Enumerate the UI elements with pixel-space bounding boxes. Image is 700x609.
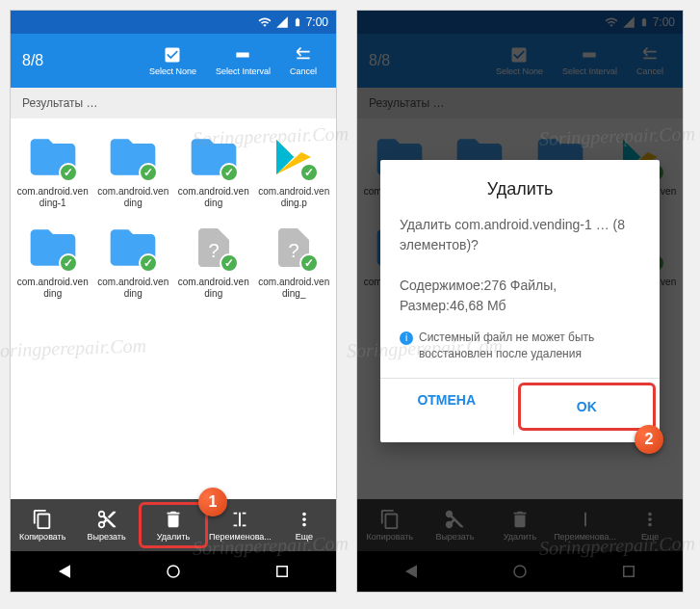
file-item[interactable]: com.android.vending [95,217,172,304]
file-item[interactable]: com.android.vending-1 [14,126,91,213]
select-interval-button[interactable]: Select Interval [208,43,278,78]
breadcrumb[interactable]: Результаты … [11,88,336,119]
signal-icon [275,15,289,29]
selected-check-icon [220,163,239,182]
step-badge-1: 1 [198,488,227,516]
back-icon[interactable] [56,563,73,580]
selected-check-icon [59,163,78,182]
svg-text:?: ? [208,240,219,261]
more-button[interactable]: Еще [272,505,336,545]
svg-rect-0 [237,53,249,58]
file-item[interactable]: ? com.android.vending [175,217,252,304]
phone-left: 7:00 8/8 Select None Select Interval Can… [10,10,337,593]
selected-check-icon [59,253,78,273]
app-bar: 8/8 Select None Select Interval Cancel [11,34,336,88]
more-vert-icon [294,509,315,530]
cancel-button[interactable]: Cancel [282,43,324,78]
dialog-overlay: Удалить Удалить com.android.vending-1 … … [357,11,683,592]
dialog-body: Удалить com.android.vending-1 … (8 элеме… [400,215,640,316]
info-icon: i [400,331,413,345]
wifi-icon [258,15,272,29]
select-none-button[interactable]: Select None [142,43,204,78]
dialog-cancel-button[interactable]: Отмена [380,379,514,435]
phone-right: 7:00 8/8 Select None Select Interval Can… [356,10,684,593]
svg-point-3 [168,566,179,577]
status-bar: 7:00 [11,11,336,34]
dialog-title: Удалить [400,179,640,199]
delete-button[interactable]: Удалить [139,502,208,548]
file-item[interactable]: com.android.vending [14,217,91,304]
file-name-label: com.android.vending [97,186,170,209]
file-name-label: com.android.vending [16,277,90,300]
svg-text:?: ? [289,240,299,261]
home-icon[interactable] [165,563,182,580]
copy-button[interactable]: Копировать [11,505,74,545]
file-grid: com.android.vending-1 com.android.vendin… [11,119,336,499]
cut-button[interactable]: Вырезать [74,505,138,545]
file-item[interactable]: com.android.vending.p [256,126,333,213]
android-nav-bar [11,551,336,592]
file-item[interactable]: ? com.android.vending_ [256,217,333,304]
file-name-label: com.android.vending [177,186,250,209]
step-badge-2: 2 [635,425,663,454]
bottom-toolbar: Копировать Вырезать Удалить Переименова.… [11,499,336,551]
selection-count: 8/8 [22,52,142,69]
file-name-label: com.android.vending_ [258,277,331,300]
clock: 7:00 [306,15,328,29]
svg-rect-4 [276,567,287,577]
battery-icon [293,15,302,29]
selected-check-icon [220,253,239,273]
file-name-label: com.android.vending-1 [16,186,90,209]
file-item[interactable]: com.android.vending [175,126,252,213]
dialog-ok-button[interactable]: OK [518,383,657,431]
delete-dialog: Удалить Удалить com.android.vending-1 … … [380,160,660,442]
dialog-warning: i Системный файл не может быть восстанов… [400,330,640,362]
file-name-label: com.android.vending.p [258,186,331,209]
recents-icon[interactable] [273,563,291,580]
file-name-label: com.android.vending [177,277,250,300]
file-item[interactable]: com.android.vending [95,126,172,213]
file-name-label: com.android.vending [97,277,170,300]
trash-icon [163,509,184,530]
